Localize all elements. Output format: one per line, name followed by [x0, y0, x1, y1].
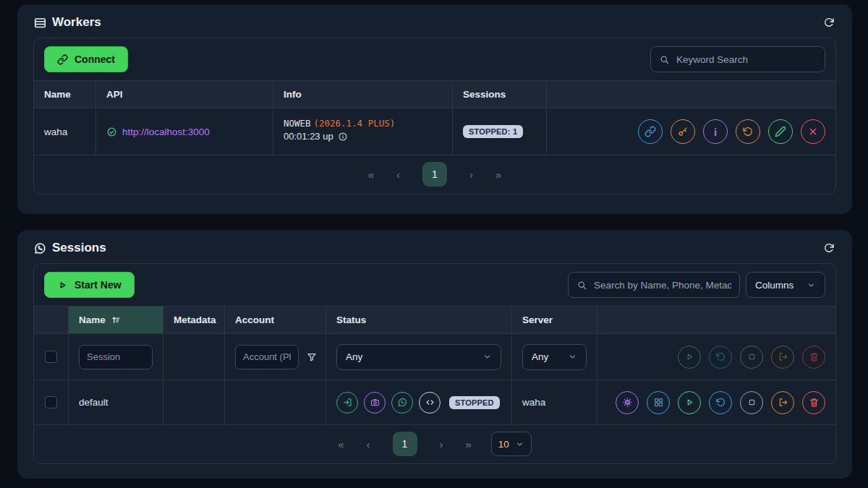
chevron-down-icon	[482, 352, 492, 361]
status-filter-select[interactable]: Any	[336, 344, 501, 370]
whatsapp-icon	[397, 397, 408, 408]
select-all-checkbox[interactable]	[45, 351, 57, 363]
key-icon	[677, 126, 689, 137]
col-status: Status	[326, 307, 512, 333]
current-page[interactable]: 1	[393, 432, 417, 456]
prev-page-button[interactable]: ‹	[396, 168, 400, 181]
current-page[interactable]: 1	[422, 162, 447, 187]
pencil-icon	[775, 126, 786, 137]
connect-button[interactable]: Connect	[44, 46, 128, 72]
first-page-button[interactable]: «	[368, 168, 374, 181]
col-metadata: Metadata	[163, 307, 225, 333]
workers-refresh-icon[interactable]	[822, 15, 836, 30]
session-start-button[interactable]	[678, 391, 701, 414]
play-icon	[57, 280, 68, 291]
filter-funnel-icon[interactable]	[306, 351, 318, 363]
sessions-title: Sessions	[52, 241, 106, 255]
api-code-button[interactable]	[419, 392, 441, 414]
col-sessions: Sessions	[453, 81, 547, 108]
whatsapp-button[interactable]	[391, 392, 413, 414]
bulk-stop-button[interactable]	[740, 346, 763, 369]
sort-ascending-icon	[111, 314, 122, 325]
sessions-search-input[interactable]	[594, 280, 731, 291]
session-restart-button[interactable]	[709, 391, 732, 414]
last-page-button[interactable]: »	[466, 438, 472, 450]
col-name-sorted[interactable]: Name	[69, 307, 163, 333]
worker-delete-button[interactable]	[801, 119, 825, 144]
worker-uptime: 00:01:23 up	[284, 131, 333, 142]
bulk-delete-button[interactable]	[802, 346, 825, 369]
gear-icon	[622, 397, 633, 408]
col-api: API	[96, 81, 273, 108]
info-icon[interactable]	[338, 132, 348, 142]
link-icon	[57, 54, 68, 65]
worker-restart-button[interactable]	[736, 119, 760, 144]
login-icon	[342, 397, 353, 408]
worker-actions: i	[547, 108, 835, 155]
screenshot-button[interactable]	[364, 392, 386, 414]
bulk-restart-button[interactable]	[709, 346, 732, 369]
worker-key-button[interactable]	[671, 119, 695, 144]
bulk-start-button[interactable]	[678, 346, 701, 369]
worker-info-button[interactable]: i	[703, 119, 728, 144]
play-icon	[684, 351, 695, 362]
trash-icon	[809, 397, 820, 408]
worker-api-link[interactable]: http://localhost:3000	[122, 127, 210, 137]
trash-icon	[809, 351, 820, 362]
close-icon	[807, 126, 819, 137]
worker-api-cell: http://localhost:3000	[96, 108, 273, 155]
session-row: default STOPPED waha	[34, 380, 835, 425]
workers-list-icon	[33, 16, 47, 30]
sessions-refresh-icon[interactable]	[822, 241, 836, 255]
session-server: waha	[512, 380, 597, 424]
chevron-down-icon	[807, 281, 816, 290]
first-page-button[interactable]: «	[338, 438, 344, 450]
camera-icon	[370, 397, 380, 408]
sessions-table-head: Name Metadata Account Status Server	[34, 306, 835, 334]
account-filter-cell	[225, 334, 326, 380]
workers-pagination: « ‹ 1 › »	[34, 155, 835, 194]
col-actions	[597, 307, 835, 333]
worker-name: waha	[34, 108, 96, 155]
session-stop-button[interactable]	[740, 391, 763, 414]
workers-toolbar: Connect	[34, 38, 835, 80]
bulk-logout-button[interactable]	[771, 346, 794, 369]
col-actions	[547, 81, 835, 108]
session-account-cell	[225, 380, 326, 424]
name-filter-input[interactable]	[79, 345, 153, 369]
last-page-button[interactable]: »	[495, 168, 501, 181]
worker-engine: NOWEB	[284, 118, 311, 129]
sessions-header: Sessions	[17, 230, 852, 263]
row-checkbox[interactable]	[45, 396, 57, 408]
session-apps-button[interactable]	[647, 391, 670, 414]
server-filter-select[interactable]: Any	[522, 344, 587, 370]
next-page-button[interactable]: ›	[440, 438, 443, 450]
login-button[interactable]	[336, 392, 358, 414]
workers-search-input[interactable]	[676, 54, 817, 65]
worker-sessions-badge: STOPPED: 1	[463, 125, 523, 138]
session-delete-button[interactable]	[802, 391, 825, 414]
logout-icon	[778, 351, 788, 362]
next-page-button[interactable]: ›	[469, 168, 473, 181]
worker-row: waha http://localhost:3000 NOWEB (2026.1…	[34, 108, 835, 155]
col-info: Info	[273, 81, 453, 108]
col-name: Name	[34, 81, 96, 108]
prev-page-button[interactable]: ‹	[367, 438, 370, 450]
worker-link-button[interactable]	[638, 119, 663, 144]
session-metadata-cell	[163, 380, 225, 424]
restart-icon	[715, 351, 726, 362]
code-icon	[425, 397, 435, 408]
stop-icon	[746, 351, 757, 362]
restart-icon	[715, 397, 726, 408]
page-size-select[interactable]: 10	[491, 432, 532, 456]
start-new-button[interactable]: Start New	[44, 272, 135, 298]
session-actions	[597, 380, 835, 424]
worker-edit-button[interactable]	[768, 119, 793, 144]
worker-info-cell: NOWEB (2026.1.4 PLUS) 00:01:23 up	[273, 108, 453, 155]
col-account: Account	[225, 307, 326, 333]
session-status-cell: STOPPED	[326, 380, 512, 424]
account-filter-input[interactable]	[235, 345, 299, 369]
session-logout-button[interactable]	[771, 391, 794, 414]
columns-dropdown[interactable]: Columns	[746, 272, 825, 298]
session-settings-button[interactable]	[616, 391, 639, 414]
